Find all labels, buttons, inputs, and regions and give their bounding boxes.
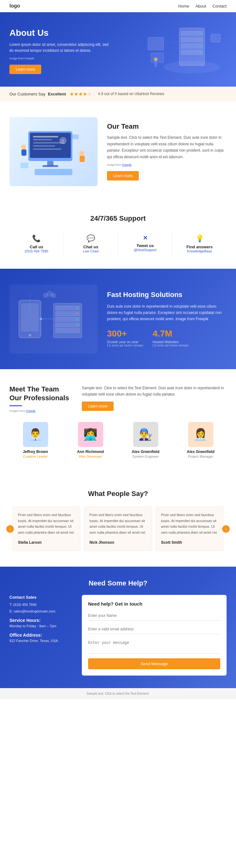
stat-hosted: 4.7M Hosted Websites LS enim ad minim ve… (153, 329, 189, 347)
svg-point-29 (79, 151, 84, 156)
svg-rect-16 (155, 61, 157, 67)
testimonial-card-0: Proin sed libero enim sed faucibus turpi… (12, 507, 80, 551)
hosted-sub: LS enim ad minim veniam (153, 344, 189, 347)
svg-rect-20 (33, 139, 52, 140)
team-illustration (16, 122, 91, 181)
contact-phone: T: (910) 456 7890 (9, 601, 72, 608)
testimonial-text-0: Proin sed libero enim sed faucibus turpi… (18, 512, 75, 535)
nav-home[interactable]: Home (178, 4, 189, 8)
svg-rect-11 (151, 53, 164, 62)
tweet-icon: ✕ (143, 235, 148, 241)
carousel-next-button[interactable]: › (222, 525, 230, 533)
member-avatar-3: 👩‍💼 (188, 422, 213, 447)
service-hours-title: Service Hours: (9, 618, 72, 623)
ratings-score: 4.9 out of 5 based on UltaHost Reviews (98, 92, 164, 96)
office-title: Office Address: (9, 632, 72, 638)
team-title: Our Team (107, 122, 227, 131)
service-hours: Monday to Friday : 9am – 7pm (9, 623, 72, 629)
svg-rect-24 (47, 161, 53, 166)
team-members-list: 👨‍💼 Jeffrey Brown Creative Leader 👩‍💻 An… (9, 422, 227, 458)
hero-description: Lorem ipsum dolor sit amet, consectetur … (9, 42, 110, 54)
hosting-image (9, 284, 98, 353)
call-title: Call us (30, 245, 44, 249)
meet-team-cta-button[interactable]: Learn more (82, 402, 113, 411)
team-image (9, 117, 98, 186)
form-email-input[interactable] (88, 624, 220, 634)
testimonial-author-2: Scott Smith (161, 539, 218, 546)
hero-cta-button[interactable]: Learn more (9, 65, 41, 74)
tweet-title: Tweet us (136, 243, 154, 248)
meet-img-credit: Images from Freepik (9, 409, 72, 412)
member-name-3: Alex Greenfield (175, 450, 227, 454)
svg-point-15 (154, 57, 158, 61)
testimonial-text-2: Proin sed libero enim sed faucibus turpi… (161, 512, 218, 535)
svg-point-37 (29, 334, 31, 337)
member-name-0: Jeffrey Brown (9, 450, 61, 454)
logo: logo (9, 3, 20, 9)
member-role-1: Web Developer (64, 455, 116, 458)
svg-rect-26 (35, 169, 72, 175)
team-member-0: 👨‍💼 Jeffrey Brown Creative Leader (9, 422, 61, 458)
svg-rect-3 (181, 43, 203, 48)
member-role-2: System Engineer (120, 455, 172, 458)
form-name-input[interactable] (88, 611, 220, 621)
contact-form: Need help? Get in touch Send Message (82, 595, 227, 676)
support-cards: 📞 Call us (010) 456 7890 💬 Chat us Live … (9, 231, 227, 256)
fast-hosting-section: Fast Hosting Solutions Duis aute irure d… (0, 269, 236, 369)
meet-team-top: Meet The Team Our Professionals Images f… (9, 385, 227, 412)
svg-point-50 (40, 318, 42, 320)
support-card-tweet: ✕ Tweet us @HostSupport (118, 231, 173, 256)
testimonials-section: What People Say? ‹ Proin sed libero enim… (0, 474, 236, 567)
form-send-button[interactable]: Send Message (88, 658, 220, 669)
testimonial-text-1: Proin sed libero enim sed faucibus turpi… (89, 512, 146, 535)
ratings-bar: Our Customers Say Excellent ★★★★★ 4.9 ou… (0, 87, 236, 101)
hosting-title: Fast Hosting Solutions (107, 291, 227, 299)
help-contact-info: Contact Sales T: (910) 456 7890 E: sales… (9, 595, 72, 676)
team-description: Sample text. Click to select the Text El… (107, 134, 227, 160)
nav-contact[interactable]: Contact (212, 4, 227, 8)
nav-about[interactable]: About (195, 4, 206, 8)
member-avatar-0: 👨‍💼 (23, 422, 48, 447)
answers-sub: KnowledgeBase (187, 249, 212, 253)
svg-point-44 (76, 307, 78, 309)
svg-point-27 (21, 145, 26, 149)
meet-team-left: Meet The Team Our Professionals Images f… (9, 385, 72, 412)
form-message-input[interactable] (88, 638, 220, 654)
tweet-sub: @HostSupport (134, 248, 156, 252)
testimonial-cards-list: Proin sed libero enim sed faucibus turpi… (12, 507, 224, 551)
member-role-3: Project Manager (175, 455, 227, 458)
hero-img-credit: Image from Freepik (9, 56, 110, 61)
team-member-2: 👨‍🔧 Alex Greenfield System Engineer (120, 422, 172, 458)
growth-sub: LS enim ad minim veniam (107, 344, 143, 347)
ratings-stars: ★★★★★ (70, 91, 91, 97)
footer-text: Sample text. Click to select the Text El… (86, 692, 150, 695)
svg-point-45 (76, 313, 78, 314)
navbar: logo Home About Contact (0, 0, 236, 12)
svg-rect-40 (55, 311, 80, 316)
member-role-0: Creative Leader (9, 455, 61, 458)
ratings-excellent: Excellent (48, 92, 66, 96)
call-sub: (010) 456 7890 (25, 249, 49, 253)
support-card-chat: 💬 Chat us Live Chart (64, 231, 118, 256)
office-address: 822 Fancher Drive, Texas, USA (9, 638, 72, 644)
team-img-credit: Image from Freepik (107, 163, 227, 167)
support-card-answers: 💡 Find answers KnowledgeBase (173, 231, 227, 256)
svg-point-6 (200, 39, 201, 40)
team-cta-button[interactable]: Learn more (107, 171, 139, 181)
svg-rect-42 (55, 323, 80, 327)
form-title: Need help? Get in touch (88, 601, 220, 607)
svg-rect-28 (21, 149, 26, 156)
svg-rect-34 (21, 163, 28, 168)
svg-point-46 (76, 319, 78, 320)
svg-rect-2 (181, 37, 203, 42)
svg-rect-23 (33, 149, 61, 150)
testimonial-author-0: Stella Larson (18, 539, 75, 546)
svg-rect-12 (211, 34, 220, 42)
chat-icon: 💬 (86, 235, 95, 243)
hero-title: About Us (9, 28, 110, 38)
footer: Sample text. Click to select the Text El… (0, 688, 236, 699)
carousel-prev-button[interactable]: ‹ (6, 525, 14, 533)
svg-rect-4 (181, 50, 203, 55)
title-underline (9, 405, 22, 406)
contact-details: T: (910) 456 7890 E: sales@hostingdomain… (9, 601, 72, 615)
